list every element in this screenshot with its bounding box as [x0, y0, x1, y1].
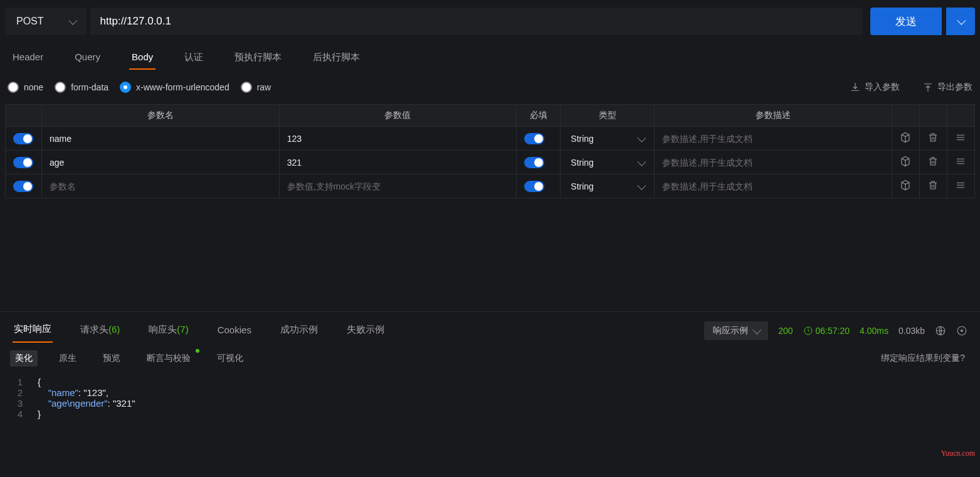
col-required: 必填	[517, 105, 561, 127]
fmt-tab-断言与校验[interactable]: 断言与校验	[142, 350, 196, 367]
trash-icon[interactable]	[927, 156, 939, 167]
table-row: String	[6, 127, 975, 151]
resp-tab-响应头[interactable]: 响应头(7)	[147, 319, 189, 342]
menu-icon[interactable]	[955, 156, 966, 167]
param-desc-input[interactable]	[662, 158, 884, 168]
indicator-dot	[196, 349, 199, 353]
enable-toggle[interactable]	[13, 157, 33, 168]
import-params-button[interactable]: 导入参数	[850, 82, 900, 93]
watermark: Yuucn.com	[941, 449, 975, 458]
export-params-button[interactable]: 导出参数	[922, 82, 972, 93]
tab-预执行脚本[interactable]: 预执行脚本	[232, 46, 284, 70]
chevron-down-icon	[638, 181, 646, 190]
http-method-value: POST	[16, 16, 44, 27]
param-desc-input[interactable]	[662, 181, 884, 191]
chevron-down-icon	[638, 133, 646, 142]
radio-icon	[8, 82, 19, 93]
col-name: 参数名	[42, 105, 280, 127]
param-name-input[interactable]	[50, 134, 271, 144]
menu-icon[interactable]	[955, 180, 966, 191]
resp-tab-失败示例[interactable]: 失败示例	[345, 319, 386, 342]
chevron-down-icon	[957, 16, 966, 25]
download-circle-icon[interactable]	[956, 325, 967, 336]
response-example-select[interactable]: 响应示例	[704, 321, 768, 340]
tab-认证[interactable]: 认证	[182, 46, 206, 70]
param-name-input[interactable]	[50, 181, 271, 191]
http-method-select[interactable]: POST	[5, 8, 87, 35]
fmt-tab-预览[interactable]: 预览	[98, 350, 125, 367]
send-dropdown[interactable]	[946, 8, 975, 35]
response-time: 06:57:20	[803, 326, 850, 336]
required-toggle[interactable]	[524, 157, 544, 168]
latency: 4.00ms	[860, 326, 888, 336]
status-code: 200	[778, 326, 793, 336]
chevron-down-icon	[68, 16, 77, 25]
tab-后执行脚本[interactable]: 后执行脚本	[310, 46, 362, 70]
tab-body[interactable]: Body	[129, 46, 155, 70]
resp-tab-实时响应[interactable]: 实时响应	[13, 318, 53, 343]
trash-icon[interactable]	[927, 132, 939, 143]
table-row: String	[6, 174, 975, 198]
fmt-tab-原生[interactable]: 原生	[54, 350, 82, 367]
type-select[interactable]: String	[568, 158, 646, 168]
param-desc-input[interactable]	[662, 134, 884, 144]
table-row: String	[6, 151, 975, 174]
param-value-input[interactable]	[287, 181, 509, 191]
col-value: 参数值	[279, 105, 517, 127]
col-type: 类型	[561, 105, 655, 127]
param-name-input[interactable]	[50, 158, 271, 168]
radio-icon	[55, 82, 66, 93]
bind-response-link[interactable]: 绑定响应结果到变量?	[881, 353, 970, 364]
fmt-tab-美化[interactable]: 美化	[10, 350, 38, 367]
required-toggle[interactable]	[524, 181, 544, 192]
cube-icon[interactable]	[900, 132, 911, 143]
enable-toggle[interactable]	[13, 181, 33, 192]
tab-header[interactable]: Header	[10, 46, 46, 70]
fmt-tab-可视化[interactable]: 可视化	[212, 350, 248, 367]
response-body-code[interactable]: 1{2 "name": "123",3 "age\ngender": "321"…	[0, 374, 980, 422]
col-desc: 参数描述	[655, 105, 892, 127]
param-value-input[interactable]	[287, 158, 509, 168]
type-select[interactable]: String	[568, 134, 646, 144]
body-type-urlenc[interactable]: x-www-form-urlencoded	[120, 82, 229, 93]
url-input[interactable]	[90, 8, 863, 35]
menu-icon[interactable]	[955, 132, 966, 143]
param-value-input[interactable]	[287, 134, 509, 144]
required-toggle[interactable]	[524, 133, 544, 144]
body-type-form-data[interactable]: form-data	[55, 82, 108, 93]
body-type-none[interactable]: none	[8, 82, 43, 93]
resp-tab-Cookies[interactable]: Cookies	[216, 319, 253, 341]
response-size: 0.03kb	[898, 326, 925, 336]
type-select[interactable]: String	[568, 181, 646, 191]
globe-icon[interactable]	[935, 325, 946, 336]
send-button[interactable]: 发送	[870, 8, 942, 35]
radio-icon	[120, 82, 131, 93]
resp-tab-请求头[interactable]: 请求头(6)	[79, 319, 121, 342]
cube-icon[interactable]	[900, 156, 911, 167]
clock-icon	[803, 326, 813, 336]
body-type-raw[interactable]: raw	[241, 82, 271, 93]
radio-icon	[241, 82, 252, 93]
params-table: 参数名 参数值 必填 类型 参数描述 StringStringString	[5, 104, 975, 198]
download-icon	[850, 82, 861, 93]
trash-icon[interactable]	[927, 180, 939, 191]
upload-icon	[922, 82, 934, 93]
cube-icon[interactable]	[900, 180, 911, 191]
chevron-down-icon	[638, 157, 646, 166]
tab-query[interactable]: Query	[72, 46, 103, 70]
chevron-down-icon	[753, 325, 762, 334]
enable-toggle[interactable]	[13, 133, 33, 144]
resp-tab-成功示例[interactable]: 成功示例	[279, 319, 319, 342]
